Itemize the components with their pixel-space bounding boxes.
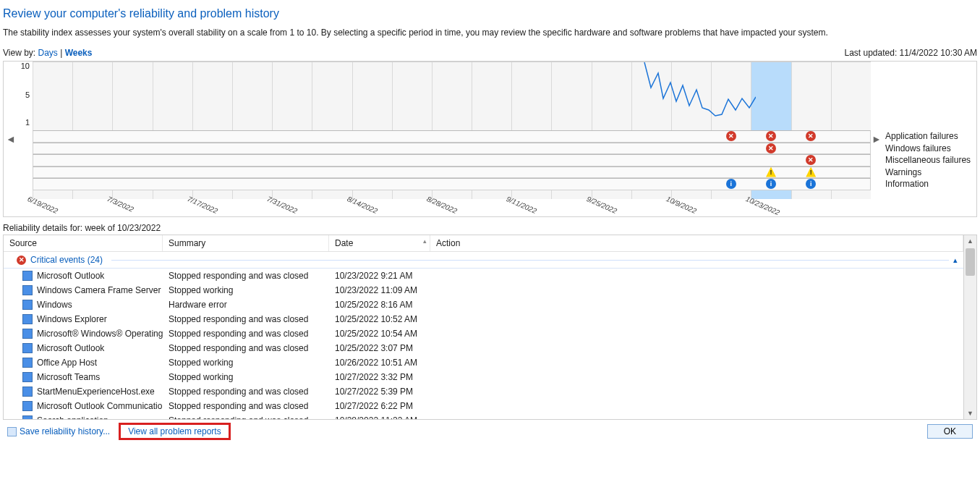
- cell-source: Windows Explorer: [37, 314, 107, 324]
- y-axis: 10 5 1: [17, 62, 33, 128]
- viewby-days-link[interactable]: Days: [38, 48, 57, 58]
- row-labels: Application failuresWindows failuresMisc…: [882, 62, 975, 216]
- x-tick-label: 6/19/2022: [27, 195, 59, 215]
- table-row[interactable]: Microsoft® Windows® Operating...Stopped …: [4, 326, 963, 341]
- details-header-label: Reliability details for:: [3, 223, 82, 233]
- x-tick-label: 10/23/2022: [745, 195, 781, 216]
- viewby-label: View by:: [3, 48, 35, 58]
- table-row[interactable]: StartMenuExperienceHost.exeStopped respo…: [4, 384, 963, 399]
- cell-date: 10/23/2022 11:09 AM: [329, 284, 430, 296]
- cell-summary: Stopped responding and was closed: [163, 270, 329, 282]
- scroll-down-icon[interactable]: ▼: [964, 408, 976, 419]
- cell-summary: Stopped responding and was closed: [163, 342, 329, 354]
- cell-source: Microsoft Outlook: [37, 343, 104, 353]
- table-row[interactable]: Windows ExplorerStopped responding and w…: [4, 312, 963, 326]
- app-icon: [22, 329, 33, 339]
- scroll-thumb[interactable]: [966, 248, 975, 276]
- event-rows: ✕✕✕✕✕!!iii: [33, 130, 871, 190]
- table-row[interactable]: Windows Camera Frame ServerStopped worki…: [4, 283, 963, 297]
- table-header[interactable]: Source Summary Date▴ Action: [4, 235, 963, 252]
- info-icon: i: [726, 179, 736, 189]
- table-row[interactable]: Microsoft OutlookStopped responding and …: [4, 269, 963, 283]
- cell-action: [430, 270, 963, 282]
- cell-date: 10/23/2022 9:21 AM: [329, 270, 430, 282]
- ok-button[interactable]: OK: [927, 424, 973, 439]
- cell-source: Windows Camera Frame Server: [37, 285, 161, 295]
- error-icon: ✕: [726, 131, 736, 141]
- info-icon: i: [766, 179, 776, 189]
- cell-date: 10/27/2022 3:32 PM: [329, 371, 430, 383]
- scroll-left-button[interactable]: ◄: [5, 62, 17, 216]
- cell-summary: Stopped working: [163, 371, 329, 383]
- page-title: Review your computer's reliability and p…: [3, 7, 977, 20]
- cell-summary: Stopped responding and was closed: [163, 400, 329, 412]
- save-history-link[interactable]: Save reliability history...: [7, 426, 110, 436]
- vertical-scrollbar[interactable]: ▲ ▼: [963, 235, 976, 419]
- group-critical-events[interactable]: ✕Critical events (24)▴: [4, 252, 963, 269]
- table-row[interactable]: WindowsHardware error10/25/2022 8:16 AM: [4, 297, 963, 312]
- save-icon: [7, 427, 17, 436]
- col-source[interactable]: Source: [4, 235, 163, 251]
- error-icon: ✕: [766, 131, 776, 141]
- cell-date: 10/25/2022 10:54 AM: [329, 328, 430, 339]
- cell-summary: Stopped responding and was closed: [163, 328, 329, 339]
- row-label: Miscellaneous failures: [885, 154, 975, 166]
- cell-summary: Stopped responding and was closed: [163, 313, 329, 325]
- cell-summary: Hardware error: [163, 299, 329, 311]
- scroll-right-button[interactable]: ►: [871, 62, 882, 216]
- x-axis: 6/19/20227/3/20227/17/20227/31/20228/14/…: [33, 192, 871, 216]
- table-row[interactable]: Microsoft Outlook Communicatio...Stopped…: [4, 399, 963, 413]
- app-icon: [22, 415, 33, 419]
- cell-action: [430, 357, 963, 368]
- cell-source: Microsoft Teams: [37, 372, 100, 382]
- table-row[interactable]: Microsoft TeamsStopped working10/27/2022…: [4, 370, 963, 384]
- last-updated-label: Last updated:: [845, 48, 898, 58]
- row-label: Windows failures: [885, 143, 975, 155]
- group-label: Critical events (24): [30, 255, 103, 265]
- cell-source: Search application: [37, 415, 108, 419]
- details-table: Source Summary Date▴ Action ✕Critical ev…: [3, 235, 977, 420]
- row-label: Information: [885, 178, 975, 190]
- viewby-weeks-link[interactable]: Weeks: [65, 48, 93, 58]
- cell-source: Microsoft Outlook Communicatio...: [37, 401, 163, 411]
- cell-date: 10/28/2022 11:22 AM: [329, 415, 430, 419]
- cell-action: [430, 386, 963, 397]
- col-summary[interactable]: Summary: [163, 235, 329, 251]
- cell-summary: Stopped working: [163, 284, 329, 296]
- cell-source: Microsoft® Windows® Operating...: [37, 329, 163, 339]
- app-icon: [22, 285, 33, 295]
- reliability-graph: ◄ 10 5 1 ✕✕✕✕✕!!iii 6/19/20227/3/20227/1…: [3, 61, 977, 217]
- cell-date: 10/25/2022 3:07 PM: [329, 342, 430, 354]
- cell-action: [430, 342, 963, 354]
- cell-action: [430, 371, 963, 383]
- cell-source: Office App Host: [37, 358, 97, 368]
- page-description: The stability index assesses your system…: [3, 28, 977, 38]
- details-header-value: week of 10/23/2022: [85, 223, 161, 233]
- cell-source: Windows: [37, 300, 72, 310]
- cell-date: 10/25/2022 8:16 AM: [329, 299, 430, 311]
- error-icon: ✕: [17, 256, 26, 265]
- table-row[interactable]: Microsoft OutlookStopped responding and …: [4, 341, 963, 355]
- cell-summary: Stopped responding and was closed: [163, 415, 329, 419]
- table-row[interactable]: Search applicationStopped responding and…: [4, 413, 963, 419]
- collapse-icon[interactable]: ▴: [953, 256, 958, 265]
- app-icon: [22, 372, 33, 382]
- scroll-up-icon[interactable]: ▲: [964, 235, 976, 247]
- cell-date: 10/25/2022 10:52 AM: [329, 313, 430, 325]
- row-label: Warnings: [885, 166, 975, 179]
- cell-date: 10/27/2022 5:39 PM: [329, 386, 430, 397]
- view-all-reports-link[interactable]: View all problem reports: [128, 426, 221, 436]
- cell-date: 10/26/2022 10:51 AM: [329, 357, 430, 368]
- app-icon: [22, 300, 33, 310]
- footer-bar: Save reliability history... View all pro…: [3, 420, 977, 443]
- col-action[interactable]: Action: [430, 235, 963, 251]
- col-date[interactable]: Date▴: [329, 235, 430, 251]
- row-label: Application failures: [885, 130, 975, 143]
- app-icon: [22, 401, 33, 411]
- sort-indicator-icon: ▴: [423, 237, 427, 245]
- cell-summary: Stopped working: [163, 357, 329, 368]
- viewby-separator: |: [60, 48, 62, 58]
- last-updated-value: 11/4/2022 10:30 AM: [900, 48, 977, 58]
- table-row[interactable]: Office App HostStopped working10/26/2022…: [4, 355, 963, 370]
- app-icon: [22, 387, 33, 397]
